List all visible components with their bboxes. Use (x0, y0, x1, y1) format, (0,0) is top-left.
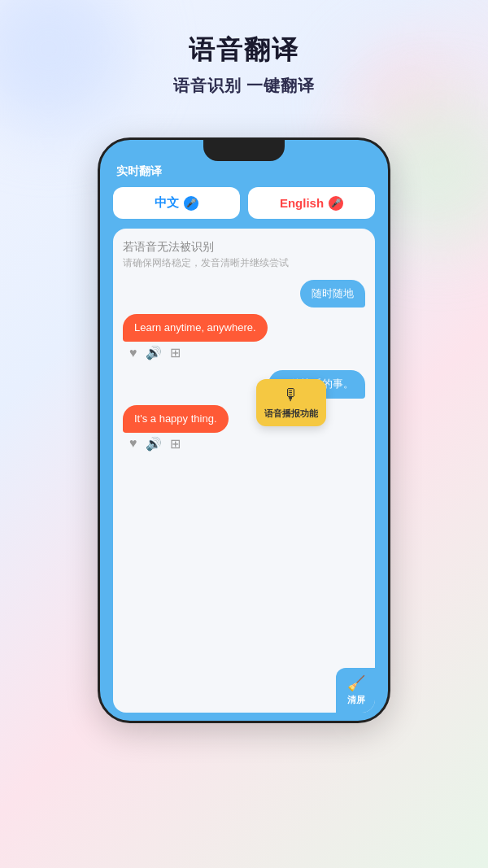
page-sub-title: 语音识别 一键翻译 (16, 75, 472, 97)
lang-chinese-label: 中文 (155, 195, 179, 211)
clear-screen-button[interactable]: 🧹 清屏 (336, 668, 375, 713)
lang-btn-english[interactable]: English 🎤 (248, 187, 375, 219)
mic-icon-english: 🎤 (329, 196, 343, 211)
message-row-1: 随时随地 (123, 280, 365, 308)
heart-icon-1[interactable]: ♥ (129, 346, 137, 360)
copy-icon-2[interactable]: ⊞ (170, 436, 181, 451)
clear-label: 清屏 (347, 694, 365, 706)
bubble-left-2: It's a happy thing. (123, 405, 229, 433)
phone-inner: 实时翻译 中文 🎤 English 🎤 若语音无法被识别 请确保网络稳定，发音清… (113, 164, 375, 713)
action-icons-1: ♥ 🔊 ⊞ (123, 342, 187, 364)
heart-icon-2[interactable]: ♥ (129, 436, 137, 451)
copy-icon-1[interactable]: ⊞ (170, 345, 181, 360)
tooltip-label: 语音播报功能 (264, 408, 318, 420)
chat-messages: 随时随地 Learn anytime, anywhere. ♥ 🔊 ⊞ 一件快乐… (123, 280, 365, 455)
error-sub-text: 请确保网络稳定，发音清晰并继续尝试 (123, 256, 365, 270)
message-row-2: Learn anytime, anywhere. ♥ 🔊 ⊞ (123, 314, 365, 364)
tooltip-mic-icon: 🎙 (283, 386, 299, 404)
error-main-text: 若语音无法被识别 (123, 240, 365, 255)
speaker-icon-1[interactable]: 🔊 (146, 345, 162, 360)
action-icons-2: ♥ 🔊 ⊞ (123, 433, 187, 455)
app-title: 实时翻译 (113, 164, 375, 187)
lang-btn-chinese[interactable]: 中文 🎤 (113, 187, 240, 219)
error-message: 若语音无法被识别 请确保网络稳定，发音清晰并继续尝试 (123, 240, 365, 270)
page-main-title: 语音翻译 (16, 33, 472, 68)
language-selector-row: 中文 🎤 English 🎤 (113, 187, 375, 219)
phone-wrapper: 实时翻译 中文 🎤 English 🎤 若语音无法被识别 请确保网络稳定，发音清… (0, 137, 488, 723)
tooltip-voice-broadcast: 🎙 语音播报功能 (256, 379, 326, 426)
broom-icon: 🧹 (347, 674, 365, 692)
bubble-right-1: 随时随地 (300, 280, 365, 308)
message-row-4: It's a happy thing. ♥ 🔊 ⊞ (123, 405, 365, 455)
mic-icon-chinese: 🎤 (184, 196, 198, 211)
lang-english-label: English (280, 196, 324, 210)
page-header: 语音翻译 语音识别 一键翻译 (0, 0, 488, 113)
chat-area: 若语音无法被识别 请确保网络稳定，发音清晰并继续尝试 随时随地 Learn an… (113, 229, 375, 713)
phone-mockup: 实时翻译 中文 🎤 English 🎤 若语音无法被识别 请确保网络稳定，发音清… (98, 137, 390, 723)
bubble-left-1: Learn anytime, anywhere. (123, 314, 268, 342)
message-row-3: 一件快乐的事。 (123, 370, 365, 398)
speaker-icon-2[interactable]: 🔊 (146, 436, 162, 451)
